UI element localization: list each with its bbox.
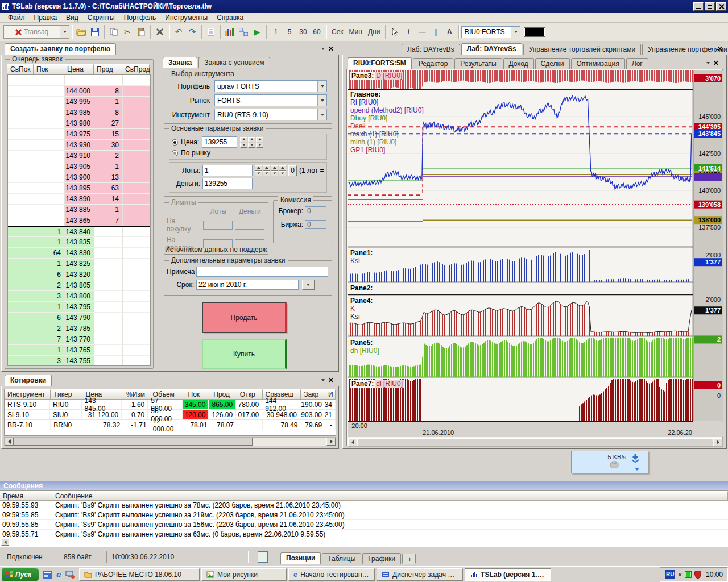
unit-button-0[interactable]: Сек: [329, 25, 346, 39]
messages-col-message[interactable]: Сообщение: [52, 491, 728, 501]
quotes-col-7[interactable]: Откр: [237, 389, 263, 400]
quotes-col-0[interactable]: Инструмент: [5, 389, 51, 400]
orderbook-row[interactable]: 1143 795: [8, 302, 150, 313]
tab-quotes[interactable]: Котировки: [5, 375, 52, 386]
market-combo[interactable]: FORTS: [214, 94, 327, 106]
paste-button[interactable]: [134, 25, 148, 39]
lots-up-4-button[interactable]: [279, 165, 286, 171]
orderbook-col-4[interactable]: СвПрод: [122, 64, 150, 74]
chart-scroll-right-icon[interactable]: [713, 438, 722, 446]
price-up-3-button[interactable]: [256, 137, 263, 142]
save-button[interactable]: [88, 25, 102, 39]
price-down-2-button[interactable]: [248, 143, 255, 148]
lots-up-3-button[interactable]: [271, 165, 278, 171]
chart-tab-6[interactable]: Лог: [626, 58, 648, 69]
orderbook-row[interactable]: 143 89014: [8, 194, 150, 205]
tray-chevron[interactable]: «: [678, 571, 682, 579]
script-scheme-button[interactable]: [237, 25, 250, 39]
orderbook-col-3[interactable]: Прод: [94, 64, 122, 74]
orderbook-row[interactable]: 143 9951: [8, 97, 150, 107]
run-button[interactable]: [250, 25, 264, 39]
chart-tab-0[interactable]: RIU0:FORTS:5M: [348, 57, 412, 69]
bottom-tab-3[interactable]: +: [402, 554, 416, 564]
note-input[interactable]: [196, 267, 328, 277]
cursor-tool-button[interactable]: [388, 25, 402, 39]
orderbook-row[interactable]: 2143 785: [8, 323, 150, 334]
orderbook-row[interactable]: 1143 825: [8, 259, 150, 269]
orderbook-row[interactable]: 143 89563: [8, 183, 150, 194]
quicklaunch-app-icon[interactable]: [42, 569, 53, 580]
quotes-col-9[interactable]: Закр: [301, 389, 325, 400]
redo-button[interactable]: [185, 25, 199, 39]
restore-button[interactable]: [705, 2, 715, 11]
chart-close-icon[interactable]: [714, 61, 718, 65]
message-row-1[interactable]: 09:59:55.85Скрипт: 'Bs9' Скрипт выполнен…: [0, 510, 728, 520]
lots-down-2-button[interactable]: [263, 171, 270, 176]
bottom-tab-1[interactable]: Таблицы: [322, 553, 361, 564]
tab-order[interactable]: Заявка: [163, 57, 197, 68]
popup-expand-icon[interactable]: [635, 468, 639, 471]
orderbook-col-0[interactable]: СвПок: [7, 64, 34, 74]
messages-scroll-left-icon[interactable]: [1, 539, 9, 546]
unit-button-2[interactable]: Дни: [365, 25, 383, 39]
tab-conditional-order[interactable]: Заявка с условием: [198, 57, 270, 68]
orderbook-row[interactable]: 7143 770: [8, 334, 150, 345]
notes-button[interactable]: [204, 25, 218, 39]
instrument-combo-arrow-icon[interactable]: [317, 109, 326, 120]
orderbook-row[interactable]: 143 9051: [8, 161, 150, 172]
quotes-col-10[interactable]: И: [325, 389, 336, 400]
price-up-1-button[interactable]: [240, 137, 247, 142]
tab-create-order[interactable]: Создать заявку по портфелю: [5, 43, 116, 55]
start-button[interactable]: Пуск: [2, 568, 39, 581]
sell-button[interactable]: Продать: [202, 302, 287, 333]
chart-tab-1[interactable]: Редактор: [413, 58, 454, 69]
chart-tab-4[interactable]: Сделки: [535, 58, 570, 69]
orderbook-row[interactable]: 144 0008: [8, 86, 150, 97]
quicklaunch-ie-icon[interactable]: e: [53, 569, 64, 580]
draw-tool-2[interactable]: |: [429, 25, 442, 39]
panel-menu-icon[interactable]: [321, 48, 325, 50]
chart-scroll-left-icon[interactable]: [348, 438, 357, 446]
orderbook-row[interactable]: 6143 790: [8, 313, 150, 323]
close-button[interactable]: [716, 2, 726, 11]
menu-item-1[interactable]: Правка: [30, 13, 62, 22]
orderbook-row[interactable]: 143 8657: [8, 215, 150, 226]
quotes-close-icon[interactable]: [329, 378, 333, 382]
taskbar-task-3[interactable]: Диспетчер задач Wind...: [377, 568, 463, 581]
undo-button[interactable]: [172, 25, 185, 39]
orderbook-row[interactable]: 1143 840: [8, 226, 150, 237]
chart-scroll-thumb[interactable]: [357, 438, 713, 446]
symbol-combo[interactable]: RIU0:FORTS: [461, 26, 520, 38]
symbol-combo-arrow-icon[interactable]: [511, 27, 520, 38]
tray-antivirus-icon[interactable]: [694, 571, 701, 579]
quotes-menu-icon[interactable]: [321, 379, 325, 381]
menu-item-2[interactable]: Вид: [61, 13, 83, 22]
message-row-3[interactable]: 09:59:55.71Скрипт: 'Ss9' Скрипт выполнен…: [0, 530, 728, 539]
period-button-1[interactable]: 1: [269, 25, 283, 39]
price-down-1-button[interactable]: [240, 143, 247, 148]
orderbook-row[interactable]: 143 9102: [8, 151, 150, 161]
quotes-scroll-thumb[interactable]: [14, 438, 253, 446]
chart-tab-2[interactable]: Результаты: [454, 58, 502, 69]
workspace-tab-2[interactable]: Управление торговлей скриптами: [523, 44, 641, 55]
orderbook-row[interactable]: 143 90013: [8, 172, 150, 183]
taskbar-task-1[interactable]: Мои рисунки: [201, 568, 287, 581]
menu-item-3[interactable]: Скрипты: [83, 13, 119, 22]
chart-menu-icon[interactable]: [706, 62, 710, 64]
period-button-30[interactable]: 30: [296, 25, 310, 39]
orderbook-col-1[interactable]: Пок: [34, 64, 64, 74]
orderbook-row[interactable]: 3143 755: [8, 356, 150, 366]
orderbook-row[interactable]: 64143 830: [8, 248, 150, 259]
taskbar-task-4[interactable]: TSLab (версия 1.1.7.0...: [465, 568, 551, 581]
period-button-60[interactable]: 60: [310, 25, 324, 39]
draw-tool-3[interactable]: A: [442, 25, 456, 39]
orderbook-row[interactable]: 1143 765: [8, 345, 150, 356]
messages-col-time[interactable]: Время: [0, 491, 52, 501]
unit-button-1[interactable]: Мин: [346, 25, 365, 39]
lots-zero-button[interactable]: 0: [288, 165, 297, 176]
money-input[interactable]: 139255: [202, 178, 253, 189]
taskbar-task-0[interactable]: РАБОЧЕЕ МЕСТО 18.06.10: [79, 568, 200, 581]
quotes-scroll-left-icon[interactable]: [5, 438, 14, 446]
orderbook-row[interactable]: 143 8851: [8, 205, 150, 215]
bottom-tab-2[interactable]: Графики: [362, 553, 401, 564]
